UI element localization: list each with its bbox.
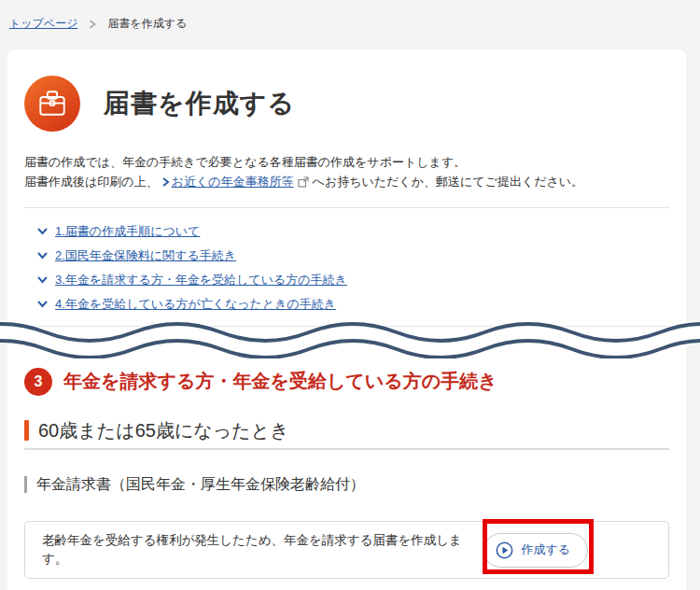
toc-link-2[interactable]: 2.国民年金保険料に関する手続き <box>37 247 662 264</box>
heading-gray-bar <box>24 476 27 493</box>
create-document-button[interactable]: 作成する <box>483 533 588 568</box>
chevron-down-icon <box>37 276 48 284</box>
briefcase-icon <box>24 76 80 132</box>
breadcrumb: トップページ 届書を作成する <box>0 0 700 32</box>
section-3-heading: 3 年金を請求する方・年金を受給している方の手続き <box>24 368 669 396</box>
group-heading: 年金請求書（国民年金・厚生年金保険老齢給付） <box>24 475 669 495</box>
item-description: 老齢年金を受給する権利が発生したため、年金を請求する届書を作成します。 <box>42 531 483 569</box>
toc-links: 1.届書の作成手順について 2.国民年金保険料に関する手続き 3.年金を請求する… <box>24 207 669 327</box>
page-title: 届書を作成する <box>104 86 295 121</box>
toc-link-3[interactable]: 3.年金を請求する方・年金を受給している方の手続き <box>37 272 662 288</box>
subsection-heading: 60歳または65歳になったとき <box>24 418 669 443</box>
chevron-down-icon <box>37 228 48 235</box>
intro-line2-suffix: へお持ちいただくか、郵送にてご提出ください。 <box>313 175 584 189</box>
toc-link-1[interactable]: 1.届書の作成手順について <box>37 223 662 240</box>
chevron-down-icon <box>37 301 48 308</box>
intro-line2-prefix: 届書作成後は印刷の上、 <box>24 175 159 189</box>
pension-office-link[interactable]: お近くの年金事務所等 <box>159 175 294 189</box>
chevron-right-icon <box>89 20 96 29</box>
procedure-item-row: 老齢年金を受給する権利が発生したため、年金を請求する届書を作成します。 作成する <box>24 521 669 580</box>
play-circle-icon <box>496 541 513 559</box>
content-card: 届書を作成する 届書の作成では、年金の手続きで必要となる各種届書の作成をサポート… <box>7 49 686 590</box>
section-number-badge: 3 <box>24 368 52 396</box>
intro-line1: 届書の作成では、年金の手続きで必要となる各種届書の作成をサポートします。 <box>24 155 466 169</box>
toc-link-4[interactable]: 4.年金を受給している方が亡くなったときの手続き <box>37 296 662 313</box>
section-title: 年金を請求する方・年金を受給している方の手続き <box>63 369 497 394</box>
intro-text: 届書の作成では、年金の手続きで必要となる各種届書の作成をサポートします。 届書作… <box>24 152 669 192</box>
chevron-down-icon <box>37 252 48 260</box>
breadcrumb-current: 届書を作成する <box>107 16 187 32</box>
chevron-right-icon <box>162 177 169 187</box>
page-header: 届書を作成する <box>24 76 669 132</box>
heading-accent-bar <box>24 420 29 441</box>
subsection-heading-wrap: 60歳または65歳になったとき <box>24 418 669 450</box>
page: トップページ 届書を作成する 届書を作成する 届書の作成では、年金の手続きで必要… <box>0 0 700 590</box>
external-link-icon <box>298 176 309 188</box>
breadcrumb-home-link[interactable]: トップページ <box>9 16 77 32</box>
